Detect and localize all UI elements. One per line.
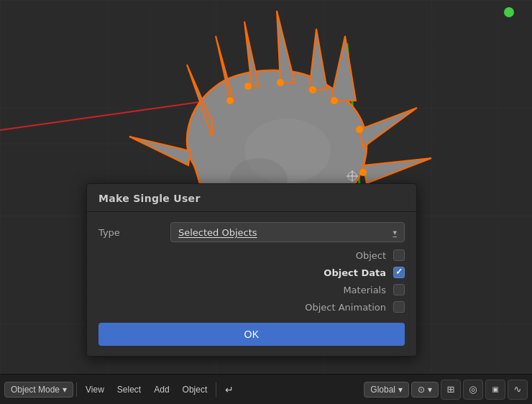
- svg-point-7: [226, 97, 234, 104]
- mode-arrow-icon: ▾: [63, 385, 67, 395]
- ok-button[interactable]: OK: [98, 323, 405, 346]
- view-menu[interactable]: View: [80, 382, 110, 398]
- dropdown-arrow-icon: ▾: [393, 228, 397, 237]
- bottom-toolbar: Object Mode ▾ View Select Add Object ↵ G…: [0, 374, 532, 404]
- object-mode-dropdown[interactable]: Object Mode ▾: [4, 382, 73, 398]
- dialog-title: Make Single User: [87, 184, 416, 212]
- select-menu[interactable]: Select: [111, 382, 147, 398]
- type-row: Type Selected Objects ▾: [98, 222, 405, 242]
- object-checkbox-row: Object: [98, 249, 405, 261]
- gizmo-icon-btn[interactable]: ∿: [508, 380, 528, 400]
- add-label: Add: [154, 385, 169, 395]
- mode-label: Object Mode: [11, 385, 60, 395]
- object-label: Object: [356, 250, 386, 261]
- object-label: Object: [183, 385, 208, 395]
- type-label: Type: [98, 227, 170, 238]
- materials-checkbox[interactable]: [393, 284, 405, 295]
- type-dropdown[interactable]: Selected Objects ▾: [170, 222, 405, 242]
- gizmo-icon: ∿: [514, 384, 522, 395]
- object-data-checkbox-row: Object Data: [98, 267, 405, 278]
- svg-point-6: [331, 97, 338, 104]
- object-menu[interactable]: Object: [177, 382, 214, 398]
- view-label: View: [86, 385, 104, 395]
- materials-checkbox-row: Materials: [98, 284, 405, 295]
- return-icon-btn[interactable]: ↵: [219, 381, 239, 398]
- pivot-arrow-icon: ▾: [428, 385, 432, 395]
- snap-icon-btn[interactable]: ⊞: [441, 380, 461, 400]
- object-animation-checkbox-row: Object Animation: [98, 301, 405, 313]
- svg-point-3: [244, 83, 252, 90]
- global-label: Global: [370, 385, 395, 395]
- object-data-label: Object Data: [324, 267, 386, 278]
- transform-pivot[interactable]: ⊙ ▾: [411, 382, 439, 398]
- proportional-icon: ◎: [469, 384, 477, 395]
- overlay-icon: ▣: [492, 385, 498, 393]
- svg-point-4: [277, 79, 284, 86]
- object-data-checkbox[interactable]: [393, 267, 405, 278]
- dropdown-value: Selected Objects: [178, 227, 257, 238]
- object-animation-checkbox[interactable]: [393, 301, 405, 313]
- make-single-user-dialog: Make Single User Type Selected Objects ▾…: [86, 183, 417, 357]
- svg-point-9: [359, 169, 367, 176]
- global-dropdown[interactable]: Global ▾: [364, 382, 409, 398]
- snap-icon: ⊞: [447, 384, 455, 395]
- svg-point-5: [309, 86, 316, 93]
- proportional-icon-btn[interactable]: ◎: [463, 380, 483, 400]
- materials-label: Materials: [343, 285, 386, 295]
- toolbar-right-group: Global ▾ ⊙ ▾ ⊞ ◎ ▣ ∿: [364, 380, 528, 400]
- pivot-icon: ⊙: [418, 385, 425, 395]
- object-animation-label: Object Animation: [305, 302, 386, 313]
- global-arrow-icon: ▾: [398, 385, 403, 395]
- toolbar-separator-1: [76, 382, 77, 397]
- overlay-icon-btn[interactable]: ▣: [485, 380, 505, 400]
- select-label: Select: [117, 385, 141, 395]
- toolbar-separator-2: [216, 382, 216, 397]
- svg-point-8: [356, 126, 363, 133]
- add-menu[interactable]: Add: [148, 382, 175, 398]
- object-checkbox[interactable]: [393, 249, 405, 261]
- dialog-body: Type Selected Objects ▾ Object Object Da…: [87, 212, 416, 356]
